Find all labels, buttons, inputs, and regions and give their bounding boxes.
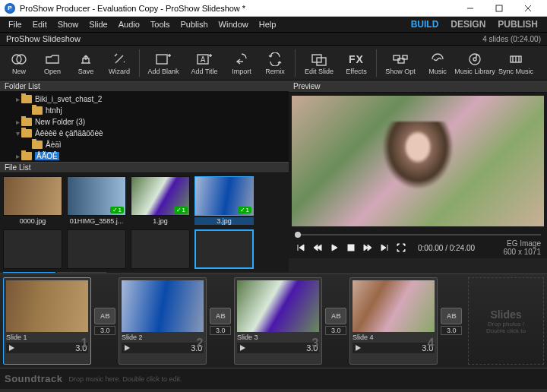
- playback-bar: 0:00.00 / 0:24.00 EG Image 600 x 1071: [289, 237, 547, 258]
- tool-new[interactable]: New: [3, 47, 35, 79]
- tool-save[interactable]: Save: [70, 47, 102, 79]
- menu-window[interactable]: Window: [213, 18, 254, 30]
- transition-cell[interactable]: AB3.0: [324, 277, 348, 365]
- mode-build[interactable]: BUILD: [405, 17, 445, 31]
- tool-add-blank[interactable]: Add Blank: [144, 47, 183, 79]
- svg-rect-6: [157, 55, 167, 64]
- mode-publish[interactable]: PUBLISH: [492, 17, 544, 31]
- transition-cell[interactable]: AB3.0: [93, 277, 117, 365]
- tool-add-title[interactable]: AAdd Title: [185, 47, 224, 79]
- transition-icon[interactable]: AB: [325, 308, 346, 324]
- folder-icon: [21, 129, 32, 138]
- tool-wizard[interactable]: Wizard: [103, 47, 135, 79]
- folder-list-header: Folder List: [0, 81, 289, 92]
- folder-icon: [21, 95, 32, 103]
- file-thumb-empty[interactable]: [3, 229, 62, 269]
- file-thumb[interactable]: ✓101HIMG_3585.j...: [67, 176, 126, 225]
- folder-row[interactable]: ▾Àêèèë è çäñäâöõèè: [0, 128, 289, 139]
- file-thumb-empty[interactable]: [67, 229, 126, 269]
- stop-button[interactable]: [345, 242, 357, 254]
- file-thumb-empty[interactable]: [131, 229, 190, 269]
- tool-effects[interactable]: FXEffects: [340, 47, 372, 79]
- slide-list[interactable]: 1 Slide 1 3.0 AB3.0 2 Slide 2 3.0 AB3.0 …: [0, 273, 547, 368]
- slide-play-icon[interactable]: [239, 344, 246, 352]
- tool-sync-music[interactable]: Sync Music: [496, 47, 536, 79]
- transition-cell[interactable]: AB3.0: [439, 277, 463, 365]
- menu-edit[interactable]: Edit: [27, 18, 52, 30]
- minimize-button[interactable]: [456, 1, 485, 16]
- transition-duration[interactable]: 3.0: [210, 326, 231, 335]
- menu-help[interactable]: Help: [254, 18, 282, 30]
- file-thumb[interactable]: 0000.jpg: [3, 176, 62, 225]
- transition-icon[interactable]: AB: [441, 308, 462, 324]
- slide-cell[interactable]: 1 Slide 1 3.0: [3, 277, 91, 365]
- menu-tools[interactable]: Tools: [145, 18, 175, 30]
- menubar: File Edit Show Slide Audio Tools Publish…: [0, 17, 547, 32]
- effects-icon: FX: [349, 51, 364, 68]
- thumb-image: [3, 176, 62, 216]
- maximize-button[interactable]: [485, 1, 514, 16]
- tool-show-opt[interactable]: Show Opt: [381, 47, 420, 79]
- menu-show[interactable]: Show: [52, 18, 84, 30]
- slide-cell[interactable]: 2 Slide 2 3.0: [119, 277, 207, 365]
- mode-design[interactable]: DESIGN: [444, 17, 492, 31]
- folder-row[interactable]: Åèäì: [0, 139, 289, 150]
- soundtrack-bar[interactable]: Soundtrack Drop music here. Double click…: [0, 368, 547, 389]
- slide-play-icon[interactable]: [354, 344, 362, 352]
- slide-play-icon[interactable]: [123, 344, 131, 352]
- transition-duration[interactable]: 3.0: [325, 326, 346, 335]
- menu-publish[interactable]: Publish: [175, 18, 213, 30]
- play-button[interactable]: [328, 242, 340, 254]
- slide-number: 1: [81, 337, 88, 350]
- time-display: 0:00.00 / 0:24.00: [418, 244, 475, 252]
- transition-cell[interactable]: AB3.0: [208, 277, 232, 365]
- next-button[interactable]: [362, 242, 374, 254]
- svg-rect-11: [394, 55, 400, 60]
- folder-row[interactable]: ▸New Folder (3): [0, 116, 289, 128]
- show-name: ProShow Slideshow: [6, 34, 81, 43]
- tool-music-library[interactable]: Music Library: [455, 47, 495, 79]
- slide-play-icon[interactable]: [8, 344, 15, 352]
- prev-button[interactable]: [311, 242, 324, 254]
- fullscreen-button[interactable]: [395, 242, 407, 254]
- folder-icon: [21, 118, 32, 126]
- file-thumb[interactable]: ✓13.jpg: [194, 176, 254, 225]
- tool-import[interactable]: Import: [226, 47, 258, 79]
- close-button[interactable]: [514, 1, 542, 16]
- first-button[interactable]: [295, 242, 307, 254]
- music-library-icon: [467, 51, 482, 68]
- seek-bar[interactable]: [295, 232, 541, 237]
- tool-music[interactable]: Music: [422, 47, 454, 79]
- slide-cell[interactable]: 4 Slide 4 3.0: [349, 277, 438, 365]
- tool-open[interactable]: Open: [36, 47, 68, 79]
- folder-row[interactable]: ▸ÅÃÖÊ: [0, 150, 289, 162]
- seek-handle[interactable]: [295, 232, 301, 238]
- file-thumb[interactable]: ✓11.jpg: [131, 176, 190, 225]
- menu-file[interactable]: File: [3, 18, 27, 30]
- transition-duration[interactable]: 3.0: [441, 326, 462, 335]
- transition-duration[interactable]: 3.0: [94, 326, 115, 335]
- transition-icon[interactable]: AB: [210, 308, 231, 324]
- folder-list[interactable]: ▸Biki_i_svet_chast_2 htnhj ▸New Folder (…: [0, 92, 289, 162]
- menu-slide[interactable]: Slide: [84, 18, 112, 30]
- file-thumb-empty[interactable]: [194, 229, 254, 269]
- thumb-image: ✓1: [131, 176, 190, 216]
- tool-remix[interactable]: Remix: [259, 47, 291, 79]
- slide-image: [122, 280, 204, 332]
- tool-edit-slide[interactable]: Edit Slide: [299, 47, 339, 79]
- preview-area[interactable]: [292, 96, 544, 226]
- used-badge: ✓1: [174, 207, 188, 213]
- preview-header: Preview: [289, 81, 547, 93]
- slides-drop-zone[interactable]: Slides Drop photos / Double click to: [468, 277, 544, 365]
- transition-icon[interactable]: AB: [94, 308, 115, 324]
- slide-cell[interactable]: 3 Slide 3 3.0: [234, 277, 322, 365]
- slide-number: 3: [312, 337, 319, 350]
- slide-image: [6, 280, 88, 332]
- last-button[interactable]: [378, 242, 390, 254]
- menu-audio[interactable]: Audio: [113, 18, 145, 30]
- show-status: 4 slides (0:24.00): [482, 35, 541, 43]
- folder-row[interactable]: htnhj: [0, 105, 289, 116]
- file-list[interactable]: 0000.jpg ✓101HIMG_3585.j... ✓11.jpg ✓13.…: [0, 173, 289, 272]
- folder-row[interactable]: ▸Biki_i_svet_chast_2: [0, 93, 289, 105]
- slide-label: Slide 4: [353, 334, 374, 341]
